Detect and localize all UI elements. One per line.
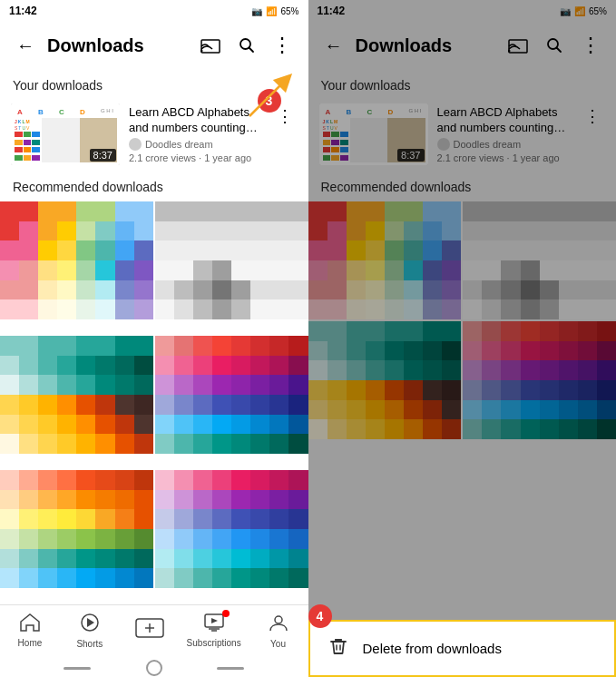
left-back-button[interactable]: ←	[11, 31, 40, 60]
left-rec-thumb-4[interactable]	[155, 336, 308, 454]
left-gesture-circle	[146, 660, 162, 676]
right-panel: 11:42 📷 📶 65% ← Downloads ⋮ Your down	[308, 0, 617, 677]
add-icon	[135, 616, 164, 645]
svg-line-3	[249, 48, 253, 53]
nav-subscriptions-label: Subscriptions	[187, 638, 241, 648]
right-bottom-sheet: 4 Delete from downloads	[308, 620, 617, 677]
you-icon	[269, 613, 288, 637]
left-gesture-line-1	[64, 667, 91, 670]
svg-line-5	[249, 80, 286, 116]
left-rec-thumb-3[interactable]	[0, 336, 153, 454]
annotation-arrow	[236, 71, 299, 125]
left-gesture-bar	[0, 659, 308, 677]
home-icon	[20, 613, 40, 636]
left-video-duration: 8:37	[90, 149, 116, 162]
svg-point-13	[275, 616, 282, 623]
nav-you-label: You	[270, 639, 286, 649]
left-download-item[interactable]: A B C D G H I J K L M	[0, 98, 308, 171]
delete-from-downloads-button[interactable]: Delete from downloads	[310, 622, 615, 675]
left-page-title: Downloads	[47, 35, 189, 56]
signal-icon: 📶	[266, 6, 277, 16]
left-status-icons: 📷 📶 65%	[251, 6, 298, 16]
left-rec-thumb-1[interactable]	[0, 201, 153, 319]
left-panel: 11:42 📷 📶 65% ← Downloads ⋮ Your down	[0, 0, 308, 677]
trash-icon	[328, 636, 348, 661]
left-rec-grid	[0, 201, 308, 604]
left-gesture-line-2	[217, 667, 244, 670]
left-channel-row: Doodles dream	[129, 138, 263, 151]
left-top-bar: ← Downloads ⋮	[0, 22, 308, 69]
nav-home-label: Home	[18, 638, 43, 648]
delete-text: Delete from downloads	[363, 641, 502, 656]
left-channel-name: Doodles dream	[145, 139, 213, 150]
subscriptions-icon	[204, 613, 224, 636]
left-video-meta: 2.1 crore views · 1 year ago	[129, 152, 263, 163]
shorts-icon	[80, 613, 100, 637]
left-search-button[interactable]	[232, 31, 261, 60]
left-rec-downloads-label: Recommended downloads	[0, 171, 308, 201]
left-video-thumbnail: A B C D G H I J K L M	[11, 103, 120, 165]
left-channel-avatar	[129, 138, 142, 151]
left-status-bar: 11:42 📷 📶 65%	[0, 0, 308, 22]
svg-point-1	[200, 50, 203, 53]
nav-subscriptions[interactable]: Subscriptions	[187, 613, 241, 648]
left-bottom-nav: Home Shorts	[0, 604, 308, 659]
left-rec-thumb-6[interactable]	[155, 470, 308, 588]
left-cast-button[interactable]	[196, 31, 225, 60]
right-overlay	[308, 0, 617, 677]
battery-label: 65%	[280, 6, 298, 16]
left-rec-thumb-5[interactable]	[0, 470, 153, 588]
subscriptions-badge	[222, 610, 230, 617]
nav-home[interactable]: Home	[7, 613, 53, 648]
camera-icon: 📷	[251, 6, 262, 16]
annotation-4: 4	[308, 604, 332, 628]
left-rec-thumb-2[interactable]	[155, 201, 308, 319]
left-more-button[interactable]: ⋮	[269, 31, 298, 60]
nav-you[interactable]: You	[256, 613, 301, 649]
nav-add[interactable]	[127, 616, 172, 645]
nav-shorts-label: Shorts	[76, 639, 103, 649]
nav-shorts[interactable]: Shorts	[67, 613, 112, 649]
left-time: 11:42	[9, 5, 37, 17]
